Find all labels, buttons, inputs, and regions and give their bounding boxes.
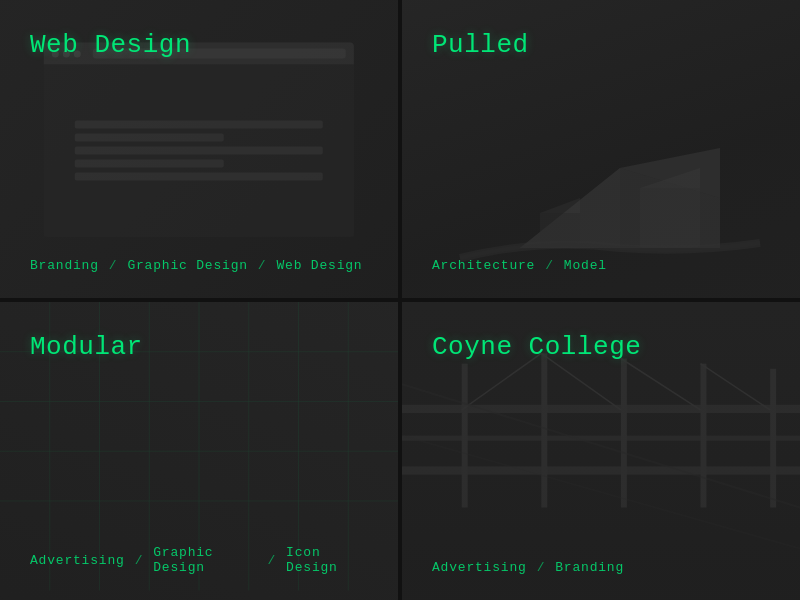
card-title-web-design: Web Design — [30, 30, 368, 60]
card-tags-pulled: Architecture / Model — [432, 258, 770, 273]
card-coyne-college[interactable]: Coyne College Advertising / Branding — [402, 302, 800, 600]
tag-architecture: Architecture — [432, 258, 535, 273]
tag-branding: Branding — [30, 258, 99, 273]
portfolio-grid: Web Design Branding / Graphic Design / W… — [0, 0, 800, 600]
card-title-modular: Modular — [30, 332, 368, 362]
card-title-coyne: Coyne College — [432, 332, 770, 362]
card-tags-coyne: Advertising / Branding — [432, 560, 770, 575]
card-content-pulled: Pulled Architecture / Model — [402, 0, 800, 298]
card-content-coyne: Coyne College Advertising / Branding — [402, 302, 800, 600]
sep-3: / — [545, 258, 554, 273]
tag-icon-design: Icon Design — [286, 545, 368, 575]
tag-graphic-design: Graphic Design — [127, 258, 247, 273]
tag-web-design: Web Design — [276, 258, 362, 273]
sep-2: / — [258, 258, 267, 273]
tag-model: Model — [564, 258, 607, 273]
tag-advertising-2: Advertising — [432, 560, 527, 575]
sep-4: / — [135, 553, 144, 568]
tag-graphic-design-2: Graphic Design — [153, 545, 257, 575]
card-content-web-design: Web Design Branding / Graphic Design / W… — [0, 0, 398, 298]
card-tags-modular: Advertising / Graphic Design / Icon Desi… — [30, 545, 368, 575]
sep-5: / — [267, 553, 276, 568]
sep-1: / — [109, 258, 118, 273]
card-content-modular: Modular Advertising / Graphic Design / I… — [0, 302, 398, 600]
card-web-design[interactable]: Web Design Branding / Graphic Design / W… — [0, 0, 398, 298]
tag-branding-2: Branding — [555, 560, 624, 575]
sep-6: / — [537, 560, 546, 575]
card-title-pulled: Pulled — [432, 30, 770, 60]
tag-advertising: Advertising — [30, 553, 125, 568]
card-pulled[interactable]: Pulled Architecture / Model — [402, 0, 800, 298]
card-modular[interactable]: Modular Advertising / Graphic Design / I… — [0, 302, 398, 600]
card-tags-web-design: Branding / Graphic Design / Web Design — [30, 258, 368, 273]
